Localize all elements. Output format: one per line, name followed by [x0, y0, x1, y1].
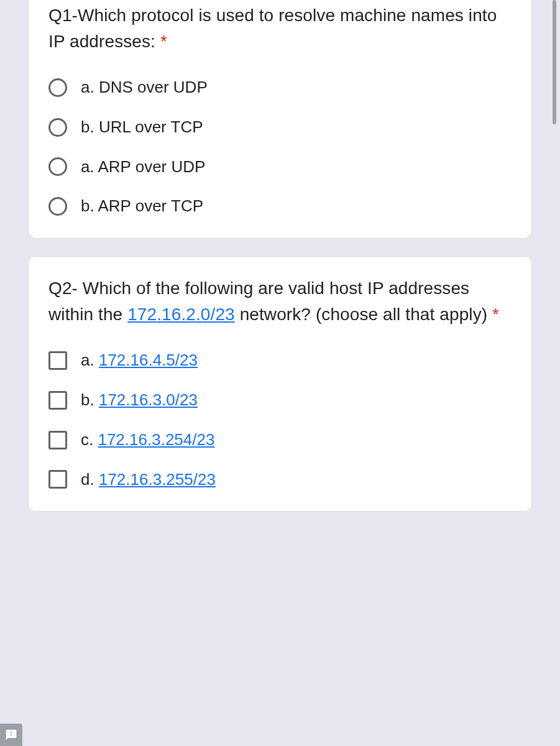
question-text-post: network? (choose all that apply) — [235, 305, 492, 324]
checkbox-icon — [48, 470, 67, 489]
question-title-q2: Q2- Which of the following are valid hos… — [48, 275, 512, 328]
question-card-q1: Q1-Which protocol is used to resolve mac… — [28, 0, 532, 239]
question-text: Q1-Which protocol is used to resolve mac… — [48, 6, 497, 51]
option-prefix: a. — [81, 351, 99, 369]
radio-icon — [48, 157, 67, 176]
checkbox-option[interactable]: b. 172.16.3.0/23 — [48, 390, 512, 411]
report-problem-button[interactable] — [0, 724, 22, 746]
required-mark: * — [160, 32, 167, 51]
option-link[interactable]: 172.16.3.254/23 — [98, 430, 214, 449]
option-label: a. DNS over UDP — [81, 77, 208, 98]
option-label: b. URL over TCP — [81, 117, 203, 138]
radio-option[interactable]: b. ARP over TCP — [48, 196, 512, 217]
checkbox-icon — [48, 391, 67, 410]
form-container: Q1-Which protocol is used to resolve mac… — [0, 0, 560, 512]
option-link[interactable]: 172.16.3.255/23 — [99, 470, 216, 489]
option-label: a. 172.16.4.5/23 — [81, 350, 198, 371]
option-label: b. ARP over TCP — [81, 196, 203, 217]
option-label: c. 172.16.3.254/23 — [81, 430, 214, 451]
checkbox-icon — [48, 351, 67, 370]
option-link[interactable]: 172.16.3.0/23 — [99, 390, 198, 409]
scrollbar[interactable] — [553, 0, 556, 124]
checkbox-option[interactable]: d. 172.16.3.255/23 — [48, 469, 512, 490]
checkbox-option[interactable]: a. 172.16.4.5/23 — [48, 350, 512, 371]
option-prefix: d. — [81, 470, 99, 489]
option-link[interactable]: 172.16.4.5/23 — [99, 351, 198, 369]
checkbox-option[interactable]: c. 172.16.3.254/23 — [48, 430, 512, 451]
question-card-q2: Q2- Which of the following are valid hos… — [28, 256, 532, 512]
radio-option[interactable]: a. DNS over UDP — [48, 77, 512, 98]
option-label: b. 172.16.3.0/23 — [81, 390, 198, 411]
radio-icon — [48, 197, 67, 216]
option-prefix: c. — [81, 430, 98, 449]
option-prefix: b. — [81, 390, 99, 409]
option-label: a. ARP over UDP — [81, 157, 205, 178]
radio-icon — [48, 78, 67, 97]
checkbox-icon — [48, 431, 67, 449]
report-icon — [5, 729, 17, 741]
radio-option[interactable]: b. URL over TCP — [48, 117, 512, 138]
option-label: d. 172.16.3.255/23 — [81, 469, 216, 490]
radio-option[interactable]: a. ARP over UDP — [48, 157, 512, 178]
question-title-q1: Q1-Which protocol is used to resolve mac… — [48, 2, 512, 55]
radio-icon — [48, 118, 67, 137]
question-link[interactable]: 172.16.2.0/23 — [127, 305, 235, 324]
required-mark: * — [492, 305, 499, 324]
